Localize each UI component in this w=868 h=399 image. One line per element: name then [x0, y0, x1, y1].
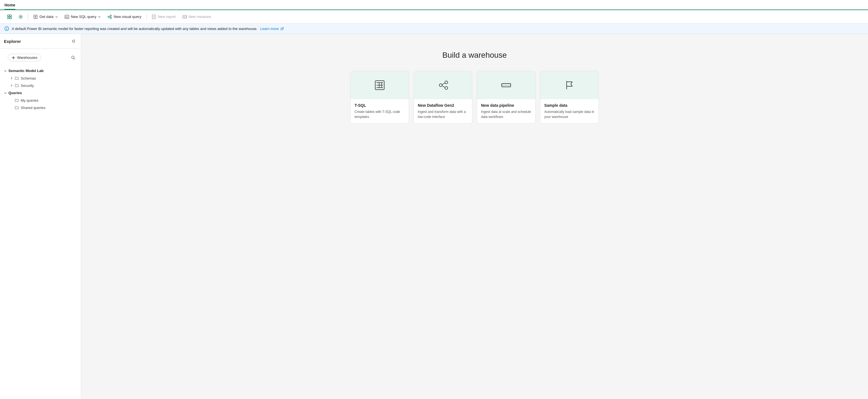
new-visual-query-label: New visual query	[114, 15, 141, 19]
new-sql-query-button[interactable]: SQL New SQL query	[62, 13, 103, 21]
svg-rect-20	[502, 84, 511, 87]
report-icon	[152, 15, 156, 19]
learn-more-link[interactable]: Learn more	[260, 27, 284, 31]
my-queries-label: My queries	[21, 98, 39, 103]
search-icon	[71, 55, 75, 60]
plus-icon	[11, 56, 16, 60]
search-button[interactable]	[69, 54, 77, 62]
schemas-item[interactable]: Schemas	[0, 75, 81, 82]
toolbar-divider-1	[28, 13, 28, 20]
dataflow-card-body: New Dataflow Gen2 Ingest and transform d…	[414, 99, 472, 123]
info-icon	[4, 26, 9, 31]
main-layout: Explorer Warehouses	[0, 34, 868, 399]
sample-data-card-body: Sample data Automatically load sample da…	[540, 99, 598, 123]
folder-icon	[14, 105, 19, 110]
tsql-card[interactable]: T-SQL Create tables with T-SQL code temp…	[350, 71, 409, 123]
tsql-card-title: T-SQL	[354, 103, 405, 108]
collapse-sidebar-button[interactable]	[69, 37, 77, 45]
svg-text:SQL: SQL	[65, 16, 68, 18]
get-data-label: Get data	[39, 15, 54, 19]
folder-icon	[14, 98, 19, 103]
visual-query-icon	[107, 15, 112, 19]
cards-row: T-SQL Create tables with T-SQL code temp…	[340, 71, 609, 123]
sample-data-card-title: Sample data	[544, 103, 595, 108]
info-banner: A default Power BI semantic model for fa…	[0, 24, 868, 34]
chevron-right-icon	[10, 84, 13, 87]
queries-label: Queries	[8, 91, 22, 95]
get-data-chevron-icon	[55, 16, 58, 18]
tsql-icon	[374, 80, 385, 91]
shared-queries-item[interactable]: Shared queries	[0, 104, 81, 111]
tree-section-semantic-model: Semantic Model Lab Schemas	[0, 67, 81, 89]
sidebar-header-icons	[69, 37, 77, 45]
security-item[interactable]: Security	[0, 82, 81, 89]
sample-data-card-icon-area	[540, 71, 598, 99]
pipeline-card-title: New data pipeline	[481, 103, 531, 108]
sql-chevron-icon	[98, 16, 101, 18]
svg-rect-3	[10, 17, 11, 19]
svg-point-17	[439, 84, 442, 87]
measure-icon	[182, 15, 187, 19]
pipeline-card-body: New data pipeline Ingest data at scale a…	[477, 99, 535, 123]
main-content: Build a warehouse T-SQL Create tables wi…	[81, 34, 868, 399]
svg-point-14	[6, 27, 7, 28]
page-title: Home	[4, 3, 16, 9]
tsql-card-desc: Create tables with T-SQL code templates	[354, 109, 405, 119]
toolbar-divider-2	[146, 13, 147, 20]
sample-data-card-desc: Automatically load sample data in your w…	[544, 109, 595, 119]
new-report-button[interactable]: New report	[149, 13, 179, 21]
svg-rect-0	[7, 15, 9, 17]
folder-icon	[14, 83, 19, 88]
tsql-card-icon-area	[351, 71, 409, 99]
get-data-button[interactable]: Get data	[31, 13, 61, 21]
sample-data-card[interactable]: Sample data Automatically load sample da…	[540, 71, 599, 123]
warehouses-button[interactable]: Warehouses	[8, 54, 41, 61]
tsql-card-body: T-SQL Create tables with T-SQL code temp…	[351, 99, 409, 123]
gear-icon	[19, 15, 23, 19]
dataflow-card-title: New Dataflow Gen2	[418, 103, 468, 108]
queries-header[interactable]: Queries	[0, 89, 81, 97]
new-measure-button[interactable]: New measure	[180, 13, 214, 21]
dataflow-card[interactable]: New Dataflow Gen2 Ingest and transform d…	[413, 71, 472, 123]
tree-section-queries: Queries My queries Shared queries	[0, 89, 81, 111]
my-queries-item[interactable]: My queries	[0, 97, 81, 104]
settings-button[interactable]	[16, 13, 26, 21]
svg-rect-1	[10, 15, 11, 17]
chevron-down-icon	[4, 92, 7, 94]
pipeline-icon	[501, 80, 512, 91]
get-data-icon	[33, 15, 38, 19]
sidebar-title: Explorer	[4, 39, 21, 44]
chevron-right-icon	[10, 77, 13, 80]
semantic-model-lab-header[interactable]: Semantic Model Lab	[0, 67, 81, 75]
folder-icon	[14, 76, 19, 80]
new-item-icon	[7, 15, 12, 19]
info-banner-text: A default Power BI semantic model for fa…	[12, 27, 257, 31]
dataflow-card-icon-area	[414, 71, 472, 99]
sidebar-content: Semantic Model Lab Schemas	[0, 65, 81, 399]
schemas-label: Schemas	[21, 76, 36, 80]
warehouses-label: Warehouses	[17, 55, 37, 60]
dataflow-icon	[437, 80, 448, 91]
svg-point-18	[445, 81, 448, 84]
new-visual-query-button[interactable]: New visual query	[105, 13, 144, 21]
svg-point-10	[110, 17, 112, 19]
pipeline-card-icon-area	[477, 71, 535, 99]
chevron-down-icon	[4, 69, 7, 72]
collapse-icon	[71, 39, 75, 43]
dataflow-card-desc: Ingest and transform data with a low-cod…	[418, 109, 468, 119]
svg-point-8	[108, 16, 110, 18]
pipeline-card[interactable]: New data pipeline Ingest data at scale a…	[477, 71, 535, 123]
new-item-button[interactable]	[4, 13, 14, 21]
new-sql-query-label: New SQL query	[71, 15, 96, 19]
pipeline-card-desc: Ingest data at scale and schedule data w…	[481, 109, 531, 119]
svg-point-4	[20, 16, 22, 18]
sql-icon: SQL	[65, 15, 69, 19]
page-title-bar: Home	[0, 0, 868, 10]
flag-icon	[564, 80, 575, 91]
new-report-label: New report	[158, 15, 176, 19]
svg-point-9	[110, 15, 112, 16]
svg-point-15	[72, 56, 74, 59]
svg-point-19	[445, 87, 448, 89]
sidebar: Explorer Warehouses	[0, 34, 81, 399]
external-link-icon	[280, 27, 284, 31]
